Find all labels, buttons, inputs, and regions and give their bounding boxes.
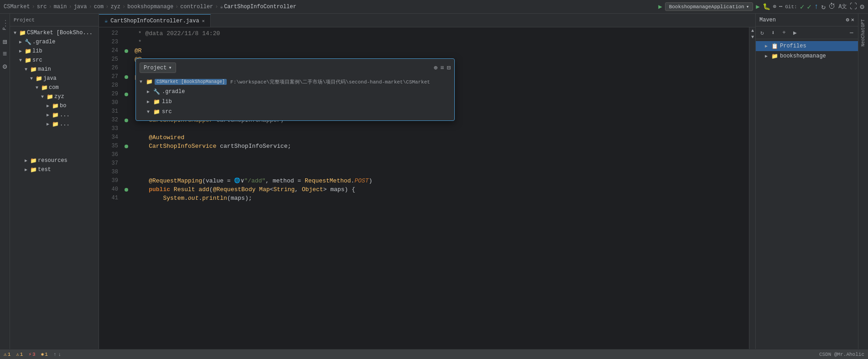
folder-icon: 📁 — [153, 109, 160, 115]
popup-header: Project ▾ ⊕ ≡ ⊟ — [140, 62, 451, 73]
maven-settings-icon[interactable]: ⚙ — [846, 16, 849, 23]
arrow-icon: ▶ — [47, 103, 51, 109]
scroll-up-button[interactable]: ▲ — [749, 27, 755, 34]
code-line-40: public Result add(@RequestBody Map<Strin… — [135, 185, 752, 194]
maven-close-icon[interactable]: ✕ — [851, 16, 854, 23]
popup-toolbar: ⊕ ≡ ⊟ — [434, 64, 451, 72]
popup-item-lib[interactable]: ▶ 📁 lib — [140, 97, 451, 107]
code-line-39: @RequestMapping(value = 🌐∨"/add", method… — [135, 177, 752, 185]
bc-com[interactable]: com — [94, 4, 104, 10]
popup-item-lib-label: lib — [162, 99, 172, 105]
bc-java[interactable]: java — [74, 4, 87, 10]
run-config-label: BookshopmanageApplication — [669, 4, 744, 10]
gutter-dot — [125, 145, 128, 148]
bc-csmarket[interactable]: CSMarket — [4, 4, 30, 10]
folder-icon: 📁 — [25, 57, 31, 64]
gradle-icon: 🔧 — [25, 39, 31, 46]
maven-tree: ▶ 📋 Profiles ▶ 📁 bookshopmanage — [756, 39, 858, 349]
bc-controller[interactable]: controller — [180, 4, 213, 10]
run-config-dropdown[interactable]: BookshopmanageApplication ▾ — [665, 2, 754, 11]
sidebar-tab-project[interactable]: P... — [1, 16, 8, 34]
arrow-icon: ▼ — [147, 109, 151, 114]
code-line-33 — [135, 125, 752, 133]
tree-item-bo[interactable]: ▶ 📁 bo — [10, 101, 99, 110]
sidebar-icon-structure[interactable]: ⊞ — [3, 37, 7, 47]
bc-classname[interactable]: CartShopInfoController — [224, 4, 296, 10]
tree-item-sub2[interactable]: ▶ 📁 ... — [10, 120, 99, 129]
tab-cartshopinfocontroller[interactable]: ☕ CartShopInfoController.java ✕ — [99, 14, 211, 27]
maven-refresh-button[interactable]: ↻ — [758, 28, 767, 37]
warning-count2: ⚠ 1 — [16, 351, 23, 357]
sidebar-icon-settings[interactable]: ⚙ — [3, 62, 7, 71]
top-bar-right: ▶ BookshopmanageApplication ▾ ▶ 🐛 ⊙ ⋯ Gi… — [658, 2, 864, 11]
popup-scope-dropdown[interactable]: Project ▾ — [140, 62, 176, 73]
debug-button[interactable]: 🐛 — [763, 3, 770, 10]
bc-src[interactable]: src — [37, 4, 47, 10]
more-run-icon[interactable]: ⋯ — [779, 3, 782, 10]
popup-project-row[interactable]: ▼ 📁 CSMarket [BookShopManage] F:\workspa… — [140, 77, 451, 87]
tree-item-csmarket[interactable]: ▼ 📁 CSMarket [BookSho... — [10, 28, 99, 37]
folder-icon: 📁 — [52, 103, 59, 109]
bc-main[interactable]: main — [54, 4, 67, 10]
coverage-button[interactable]: ⊙ — [773, 3, 776, 10]
editor-area: ☕ CartShopInfoController.java ✕ 22 23 24… — [99, 14, 755, 349]
maven-item-bookshopmanage[interactable]: ▶ 📁 bookshopmanage — [756, 51, 858, 61]
arrow-icon: ▶ — [25, 158, 29, 163]
maven-add-button[interactable]: + — [780, 28, 789, 37]
popup-globe-icon[interactable]: ⊕ — [434, 64, 437, 72]
status-csdn: CSDN @Mr.Aholic — [819, 352, 864, 357]
arrow-icon: ▼ — [19, 58, 24, 63]
maven-item-profiles[interactable]: ▶ 📋 Profiles — [756, 41, 858, 51]
left-sidebar-tabs: P... ⊞ ≡ ⚙ — [0, 14, 10, 349]
tree-item-resources[interactable]: ▶ 📁 resources — [10, 156, 99, 165]
maven-run-button[interactable]: ▶ — [790, 28, 800, 37]
tree-item-lib[interactable]: ▶ 📁 lib — [10, 47, 99, 56]
tree-item-zyz[interactable]: ▼ 📁 zyz — [10, 92, 99, 101]
bc-file-icon: ☕ — [220, 4, 223, 10]
scroll-down-button[interactable]: ▼ — [749, 34, 755, 40]
fullscreen-icon[interactable]: ⛶ — [850, 2, 857, 11]
sidebar-icon-list[interactable]: ≡ — [3, 50, 7, 58]
tree-item-main[interactable]: ▼ 📁 main — [10, 65, 99, 74]
tree-label-resources: resources — [38, 157, 68, 164]
tree-label-gradle: .gradle — [32, 39, 55, 45]
popup-item-gradle[interactable]: ▶ 🔧 .gradle — [140, 87, 451, 97]
arrow-icon: ▶ — [147, 89, 151, 94]
info-number: 1 — [45, 352, 48, 357]
git-history-icon[interactable]: ⏱ — [828, 2, 836, 11]
play-button[interactable]: ▶ — [756, 3, 759, 10]
bc-zyz[interactable]: zyz — [110, 4, 120, 10]
down-arrow-icon[interactable]: ↓ — [58, 352, 62, 357]
tree-label-java: java — [43, 75, 57, 82]
gradle-icon: 🔧 — [153, 88, 160, 95]
code-editor[interactable]: 22 23 24 25 26 27 28 29 30 31 32 33 34 3… — [99, 27, 755, 349]
git-push-icon[interactable]: ↑ — [814, 3, 819, 11]
settings-icon[interactable]: ⚙ — [860, 2, 864, 11]
code-line-23: * — [135, 38, 752, 47]
tree-item-test[interactable]: ▶ 📁 test — [10, 165, 99, 174]
translate-icon[interactable]: A文 — [838, 3, 847, 10]
tree-item-com[interactable]: ▼ 📁 com — [10, 83, 99, 92]
popup-list-icon[interactable]: ≡ — [440, 64, 444, 72]
tree-item-src[interactable]: ▼ 📁 src — [10, 56, 99, 65]
java-file-icon: ☕ — [104, 17, 108, 24]
maven-download-button[interactable]: ⬇ — [769, 28, 778, 37]
popup-item-src[interactable]: ▼ 📁 src — [140, 107, 451, 117]
tab-close-button[interactable]: ✕ — [202, 18, 205, 24]
tree-label-sub1: ... — [60, 112, 70, 118]
scroll-bar[interactable]: ▲ ▼ — [749, 27, 755, 349]
up-arrow-icon[interactable]: ↑ — [53, 352, 57, 357]
tree-item-sub1[interactable]: ▶ 📁 ... — [10, 110, 99, 120]
main-layout: P... ⊞ ≡ ⚙ Project ▼ 📁 CSMarket [BookSho… — [0, 14, 868, 349]
popup-tree: ▼ 📁 CSMarket [BookShopManage] F:\workspa… — [140, 77, 451, 117]
tree-item-java[interactable]: ▼ 📁 java — [10, 74, 99, 83]
popup-collapse-icon[interactable]: ⊟ — [447, 64, 451, 72]
maven-more-button[interactable]: ⋯ — [847, 28, 856, 37]
tree-label-zyz: zyz — [54, 94, 64, 100]
sidebar-tab-neochatgpt[interactable]: NeoChatGPT — [860, 16, 867, 50]
tree-item-gradle[interactable]: ▶ 🔧 .gradle — [10, 37, 99, 47]
arrow-icon: ▶ — [47, 112, 51, 118]
git-sync-icon[interactable]: ↻ — [821, 2, 826, 11]
arrow-icon: ▶ — [25, 167, 29, 172]
bc-bookshopmanage[interactable]: bookshopmanage — [127, 4, 173, 10]
